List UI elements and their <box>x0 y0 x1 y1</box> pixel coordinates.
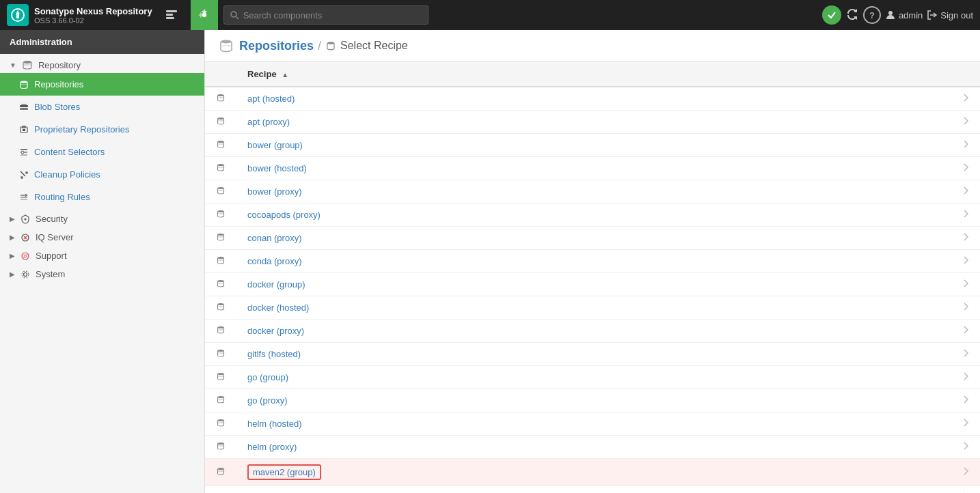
svg-marker-1 <box>16 10 20 14</box>
chevron-right-icon <box>962 116 969 126</box>
table-row[interactable]: docker (proxy) <box>205 320 980 343</box>
sidebar-item-repositories[interactable]: Repositories <box>0 73 204 96</box>
system-icon <box>21 270 30 279</box>
row-recipe-name[interactable]: docker (proxy) <box>236 320 951 343</box>
chevron-right-icon <box>962 139 969 149</box>
sidebar-section-iq[interactable]: ▶ IQ Server <box>0 227 204 245</box>
svg-point-26 <box>25 171 28 174</box>
sidebar-item-proprietary-repos[interactable]: Proprietary Repositories <box>0 118 204 141</box>
table-row[interactable]: conda (proxy) <box>205 250 980 273</box>
table-row[interactable]: go (group) <box>205 366 980 389</box>
table-row[interactable]: gitlfs (hosted) <box>205 343 980 366</box>
row-recipe-name[interactable]: bower (proxy) <box>236 180 951 203</box>
page-icon <box>219 38 234 53</box>
row-recipe-name[interactable]: maven2 (group) <box>236 459 951 486</box>
topnav: Sonatype Nexus Repository OSS 3.66.0-02 <box>0 0 980 30</box>
signout-btn[interactable]: Sign out <box>927 10 973 20</box>
db-icon <box>216 348 226 358</box>
row-recipe-name[interactable]: docker (group) <box>236 273 951 296</box>
search-input[interactable] <box>243 10 422 20</box>
sidebar-section-system[interactable]: ▶ System <box>0 264 204 282</box>
sidebar-item-blob-stores[interactable]: Blob Stores <box>0 96 204 118</box>
arrow-right-security-icon: ▶ <box>10 215 15 223</box>
row-arrow-cell <box>951 111 980 134</box>
cleanup-policies-icon <box>19 170 29 180</box>
row-icon-cell <box>205 343 236 366</box>
table-row[interactable]: bower (hosted) <box>205 157 980 180</box>
recipe-table-wrap: Recipe ▲ apt (hosted) apt (proxy) bower … <box>205 62 980 493</box>
table-row[interactable]: docker (group) <box>205 273 980 296</box>
row-recipe-name[interactable]: helm (proxy) <box>236 436 951 459</box>
chevron-right-icon <box>962 441 969 451</box>
sidebar-item-routing-rules[interactable]: Routing Rules <box>0 186 204 208</box>
row-recipe-name[interactable]: conda (proxy) <box>236 250 951 273</box>
search-box[interactable] <box>223 5 428 25</box>
table-row[interactable]: maven2 (hosted) <box>205 486 980 494</box>
svg-point-38 <box>22 271 29 278</box>
brand-logo <box>7 4 29 26</box>
row-icon-cell <box>205 157 236 180</box>
chevron-right-icon <box>962 325 969 335</box>
refresh-icon[interactable] <box>845 7 859 24</box>
table-row[interactable]: docker (hosted) <box>205 296 980 320</box>
row-recipe-name[interactable]: apt (hosted) <box>236 87 951 111</box>
sidebar-section-support[interactable]: ▶ Support <box>0 245 204 264</box>
row-arrow-cell <box>951 343 980 366</box>
svg-rect-2 <box>16 14 19 18</box>
db-icon <box>216 395 226 404</box>
svg-line-8 <box>236 17 239 20</box>
sidebar-item-cleanup-policies[interactable]: Cleanup Policies <box>0 163 204 186</box>
table-row[interactable]: bower (group) <box>205 134 980 157</box>
table-row[interactable]: conan (proxy) <box>205 227 980 250</box>
chevron-right-icon <box>962 371 969 381</box>
svg-point-60 <box>218 303 224 305</box>
table-row[interactable]: maven2 (group) <box>205 459 980 486</box>
sidebar-iq-server-label: IQ Server <box>36 232 74 242</box>
row-arrow-cell <box>951 389 980 412</box>
row-arrow-cell <box>951 157 980 180</box>
sidebar-item-content-selectors[interactable]: Content Selectors <box>0 141 204 163</box>
row-recipe-name[interactable]: cocoapods (proxy) <box>236 203 951 227</box>
highlighted-recipe: maven2 (group) <box>247 464 321 480</box>
col-arrow-header <box>951 62 980 87</box>
row-icon-cell <box>205 180 236 203</box>
svg-point-66 <box>218 373 224 375</box>
table-row[interactable]: helm (proxy) <box>205 436 980 459</box>
status-icon[interactable] <box>822 5 841 25</box>
user-icon <box>885 10 896 20</box>
col-icon-header <box>205 62 236 87</box>
row-recipe-name[interactable]: go (group) <box>236 366 951 389</box>
browse-icon-btn[interactable] <box>158 0 185 30</box>
repository-section-label: Repository <box>38 60 81 70</box>
table-row[interactable]: helm (hosted) <box>205 412 980 436</box>
page-title: Repositories <box>239 39 314 53</box>
nav-right: ? admin Sign out <box>822 5 973 25</box>
repository-section-icon <box>22 59 33 70</box>
row-recipe-name[interactable]: maven2 (hosted) <box>236 486 951 494</box>
table-row[interactable]: cocoapods (proxy) <box>205 203 980 227</box>
user-menu[interactable]: admin <box>885 10 923 20</box>
row-recipe-name[interactable]: bower (group) <box>236 134 951 157</box>
sidebar-section-repository[interactable]: ▼ Repository <box>0 54 204 73</box>
row-recipe-name[interactable]: helm (hosted) <box>236 412 951 436</box>
row-arrow-cell <box>951 412 980 436</box>
help-icon[interactable]: ? <box>863 6 881 24</box>
row-recipe-name[interactable]: gitlfs (hosted) <box>236 343 951 366</box>
admin-icon-btn[interactable] <box>191 0 218 30</box>
row-recipe-name[interactable]: conan (proxy) <box>236 227 951 250</box>
row-recipe-name[interactable]: apt (proxy) <box>236 111 951 134</box>
sidebar-section-security[interactable]: ▶ Security <box>0 208 204 227</box>
row-recipe-name[interactable]: bower (hosted) <box>236 157 951 180</box>
row-recipe-name[interactable]: go (proxy) <box>236 389 951 412</box>
table-row[interactable]: go (proxy) <box>205 389 980 412</box>
col-recipe-header[interactable]: Recipe ▲ <box>236 62 951 87</box>
content-area: Repositories / Select Recipe Re <box>205 30 980 493</box>
arrow-right-iq-icon: ▶ <box>10 234 15 241</box>
chevron-right-icon <box>962 186 969 195</box>
svg-point-48 <box>218 164 224 166</box>
db-icon <box>216 418 226 427</box>
table-row[interactable]: bower (proxy) <box>205 180 980 203</box>
table-row[interactable]: apt (proxy) <box>205 111 980 134</box>
row-recipe-name[interactable]: docker (hosted) <box>236 296 951 320</box>
table-row[interactable]: apt (hosted) <box>205 87 980 111</box>
